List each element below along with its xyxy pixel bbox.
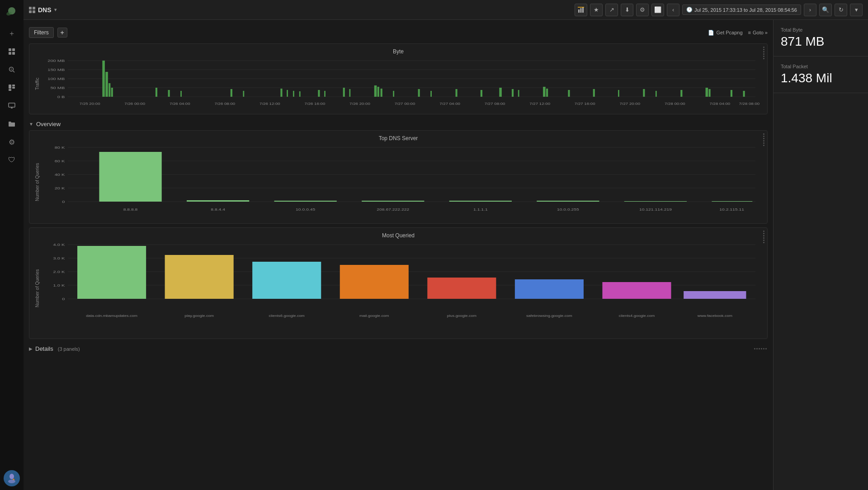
svg-point-16	[9, 474, 14, 479]
most-queried-title: Most Queried	[35, 232, 762, 239]
chart-btn[interactable]	[575, 4, 587, 16]
byte-chart-container: Byte Traffic 200 MB 150	[29, 43, 768, 114]
shield-icon[interactable]: 🛡	[4, 152, 20, 168]
svg-rect-69	[618, 90, 619, 97]
filter-bar: Filters + 📄 Get Pcapng ≡ Goto »	[29, 24, 768, 42]
svg-rect-41	[156, 88, 157, 97]
dns-chart-options[interactable]	[762, 132, 765, 147]
svg-rect-107	[449, 201, 512, 202]
overview-section-header[interactable]: ▼ Overview	[29, 118, 768, 130]
svg-rect-136	[684, 291, 746, 299]
svg-text:1.0 K: 1.0 K	[53, 283, 65, 287]
total-packet-block: Total Packet 1.438 Mil	[774, 57, 868, 93]
most-queried-options[interactable]	[762, 230, 765, 244]
svg-text:1.1.1.1: 1.1.1.1	[473, 207, 488, 211]
dns-server-chart-container: Top DNS Server Number of Queries 80 K	[29, 130, 768, 224]
fullscreen-btn[interactable]: ⬜	[651, 4, 664, 16]
svg-text:7/28 04:00: 7/28 04:00	[710, 102, 731, 105]
total-packet-label: Total Packet	[781, 64, 861, 69]
details-label: Details	[35, 345, 53, 352]
svg-text:2.0 K: 2.0 K	[53, 270, 65, 274]
download-btn[interactable]: ⬇	[621, 4, 633, 16]
dns-server-chart-inner: 80 K 60 K 40 K 20 K 0	[43, 145, 762, 219]
svg-rect-58	[418, 89, 420, 97]
svg-text:10.0.0.45: 10.0.0.45	[296, 207, 315, 211]
overview-chevron: ▼	[29, 122, 33, 127]
svg-rect-3	[12, 48, 15, 51]
dashboard-icon[interactable]	[4, 80, 20, 96]
svg-rect-23	[578, 9, 580, 13]
most-queried-chart-container: Most Queried Number of Queries 4.0 K	[29, 227, 768, 339]
svg-rect-109	[624, 201, 687, 202]
settings-btn[interactable]: ⚙	[636, 4, 649, 16]
add-filter-btn[interactable]: +	[57, 28, 67, 38]
svg-text:0: 0	[62, 297, 65, 301]
more-btn[interactable]: ▾	[850, 4, 863, 16]
svg-rect-4	[9, 52, 11, 55]
svg-rect-38	[105, 72, 108, 97]
svg-text:208.67.222.222: 208.67.222.222	[377, 207, 409, 211]
clock-icon: 🕐	[686, 7, 693, 13]
filters-button[interactable]: Filters	[29, 27, 54, 38]
zoom-btn[interactable]: 🔍	[819, 4, 832, 16]
most-queried-y-label: Number of Queries	[35, 242, 41, 334]
dns-server-chart-area: Number of Queries 80 K 60 K 4	[35, 145, 762, 219]
svg-text:8.8.4.4: 8.8.4.4	[211, 207, 225, 211]
svg-text:7/26 20:00: 7/26 20:00	[349, 102, 370, 105]
svg-rect-133	[427, 278, 496, 299]
time-range[interactable]: 🕐 Jul 25, 2015 17:33:13 to Jul 28, 2015 …	[682, 5, 801, 15]
folder-icon[interactable]	[4, 116, 20, 132]
svg-rect-39	[108, 83, 110, 97]
search-icon[interactable]	[4, 61, 20, 78]
most-queried-inner: 4.0 K 3.0 K 2.0 K 1.0 K 0	[43, 242, 762, 334]
prev-btn[interactable]: ‹	[667, 4, 679, 16]
svg-text:7/28 00:00: 7/28 00:00	[665, 102, 685, 105]
svg-rect-48	[293, 91, 294, 97]
monitor-icon[interactable]	[4, 98, 20, 114]
svg-rect-40	[111, 88, 113, 97]
total-packet-value: 1.438 Mil	[781, 71, 861, 85]
svg-rect-2	[9, 48, 11, 51]
svg-rect-62	[499, 88, 502, 97]
svg-text:www.facebook.com: www.facebook.com	[697, 314, 732, 317]
svg-text:3.0 K: 3.0 K	[53, 256, 65, 260]
svg-text:7/26 08:00: 7/26 08:00	[214, 102, 235, 105]
svg-text:20 K: 20 K	[55, 186, 65, 190]
svg-text:7/27 08:00: 7/27 08:00	[485, 102, 505, 105]
dns-title[interactable]: DNS ▾	[29, 6, 57, 14]
refresh-btn[interactable]: ↻	[835, 4, 847, 16]
svg-rect-67	[568, 90, 570, 97]
add-icon[interactable]: ＋	[4, 25, 20, 42]
svg-rect-75	[731, 90, 732, 97]
svg-rect-49	[299, 91, 301, 97]
svg-text:200 MB: 200 MB	[47, 59, 65, 63]
svg-rect-72	[680, 90, 682, 97]
svg-text:80 K: 80 K	[55, 146, 65, 150]
svg-text:40 K: 40 K	[55, 173, 65, 177]
svg-rect-20	[33, 7, 35, 9]
svg-text:50 MB: 50 MB	[50, 86, 65, 90]
svg-rect-105	[274, 201, 337, 202]
share-btn[interactable]: ↗	[605, 4, 618, 16]
svg-rect-71	[656, 91, 657, 97]
gear-icon[interactable]: ⚙	[4, 134, 20, 150]
svg-rect-106	[362, 201, 424, 202]
byte-chart-y-label: Traffic	[35, 58, 41, 109]
svg-text:safebrowsing.google.com: safebrowsing.google.com	[526, 314, 572, 317]
svg-rect-57	[393, 91, 394, 97]
grid-apps-icon[interactable]	[4, 43, 20, 60]
svg-text:7/26 16:00: 7/26 16:00	[305, 102, 326, 105]
user-avatar[interactable]	[4, 470, 20, 486]
goto-btn[interactable]: ≡ Goto »	[748, 30, 768, 35]
svg-text:10.2.115.11: 10.2.115.11	[719, 207, 744, 211]
svg-rect-9	[9, 85, 11, 89]
svg-text:play.google.com: play.google.com	[184, 314, 214, 317]
star-btn[interactable]: ★	[590, 4, 603, 16]
get-pcapng-btn[interactable]: 📄 Get Pcapng	[708, 30, 742, 36]
svg-marker-26	[578, 7, 584, 8]
app-logo	[4, 4, 20, 20]
details-section-header[interactable]: ▶ Details (3 panels)	[29, 343, 768, 355]
svg-rect-63	[512, 89, 514, 97]
chart-options[interactable]	[762, 46, 765, 60]
next-btn[interactable]: ›	[804, 4, 816, 16]
